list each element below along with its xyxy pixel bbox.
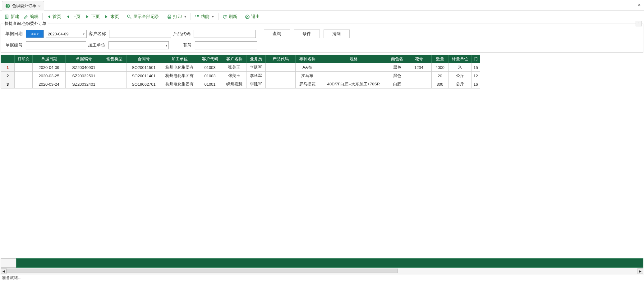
separator [218, 13, 218, 20]
cell-cloth: AA布 [296, 63, 319, 72]
print-icon [167, 14, 172, 19]
prev-icon [66, 14, 71, 19]
col-pattern[interactable]: 花号 [406, 55, 432, 63]
print-button[interactable]: 打印 ▼ [165, 13, 189, 21]
cell-date: 2020-04-09 [33, 63, 66, 72]
last-page-button[interactable]: 末页 [102, 13, 121, 21]
cell-contract: SO20011501 [126, 63, 161, 72]
col-saletype[interactable]: 销售类型 [102, 55, 126, 63]
col-docno[interactable]: 单据编号 [66, 55, 102, 63]
col-spec[interactable]: 规格 [319, 55, 388, 63]
collapse-button[interactable]: ⌃ [636, 21, 642, 26]
cell-unit: 公斤 [448, 80, 472, 88]
horizontal-scrollbar[interactable]: ◀ ▶ [1, 268, 643, 274]
cell-rownum: 2 [1, 72, 15, 80]
col-color[interactable]: 颜色名 [388, 55, 406, 63]
scroll-left-icon[interactable]: ◀ [1, 268, 7, 274]
cell-unit: 米 [448, 63, 472, 72]
separator [241, 13, 241, 20]
col-custcode[interactable]: 客户代码 [198, 55, 222, 63]
new-icon [4, 14, 9, 19]
cell-processor: 杭州电化集团有 [161, 80, 198, 88]
cell-sales: 李延军 [246, 80, 266, 88]
customer-input[interactable] [109, 30, 171, 38]
col-contract[interactable]: 合同号 [126, 55, 161, 63]
cell-spec [319, 63, 388, 72]
first-icon [46, 14, 51, 19]
cell-docno: SZ20040901 [66, 63, 102, 72]
function-button[interactable]: 功能 ▼ [193, 13, 216, 21]
label-pattern: 花号 [171, 43, 193, 48]
operator-select[interactable]: <=▾ [26, 30, 44, 38]
cell-date: 2020-03-25 [33, 72, 66, 80]
table-row[interactable]: 12020-04-09SZ20040901SO20011501杭州电化集团有01… [1, 63, 480, 72]
toolbar: 新建 编辑 首页 上页 下页 末页 显示全部记录 打印 ▼ 功能 ▼ 刷新 [0, 11, 644, 23]
col-rownum[interactable] [1, 55, 15, 63]
col-date[interactable]: 单据日期 [33, 55, 66, 63]
cell-custname: 张美玉 [222, 63, 246, 72]
refresh-button[interactable]: 刷新 [220, 13, 239, 21]
product-input[interactable] [194, 30, 256, 38]
chevron-down-icon: ▾ [83, 32, 85, 36]
tab-title: 色织委外订单 [12, 3, 36, 9]
col-processor[interactable]: 加工单位 [161, 55, 198, 63]
search-panel: 快捷查询:色织委外订单 ⌃ 单据日期 <=▾ 2020-04-09 ▾ 客户名称… [1, 24, 643, 53]
table-row[interactable]: 22020-03-25SZ20032501SO20011401杭州电化集团有01… [1, 72, 480, 80]
edit-button[interactable]: 编辑 [22, 13, 40, 21]
scroll-thumb[interactable] [7, 269, 398, 273]
search-title: 快捷查询:色织委外订单 [3, 21, 48, 26]
clear-button[interactable]: 清除 [324, 29, 350, 38]
cell-product [266, 72, 296, 80]
col-width[interactable]: 门 [472, 55, 480, 63]
tab-bar: 色织委外订单 × × [0, 0, 644, 11]
scroll-right-icon[interactable]: ▶ [637, 268, 643, 274]
cell-color: 黑色 [388, 63, 406, 72]
col-custname[interactable]: 客户名称 [222, 55, 246, 63]
chevron-up-icon: ⌃ [637, 22, 640, 25]
tab-active[interactable]: 色织委外订单 × [2, 1, 44, 11]
condition-button[interactable]: 条件 [294, 29, 320, 38]
next-page-button[interactable]: 下页 [83, 13, 102, 21]
table-row[interactable]: 32020-03-24SZ20032401SO19062701杭州电化集团有01… [1, 80, 480, 88]
cell-printcnt [15, 72, 33, 80]
col-sales[interactable]: 业务员 [246, 55, 266, 63]
cell-width: 16 [472, 80, 480, 88]
svg-rect-5 [168, 17, 170, 19]
first-page-button[interactable]: 首页 [44, 13, 63, 21]
tab-close-icon[interactable]: × [38, 4, 41, 8]
col-product[interactable]: 产品代码 [266, 55, 296, 63]
next-icon [85, 14, 90, 19]
cell-product [266, 80, 296, 88]
date-input[interactable]: 2020-04-09 ▾ [46, 30, 87, 38]
cell-rownum: 1 [1, 63, 15, 72]
prev-page-button[interactable]: 上页 [64, 13, 82, 21]
cell-qty: 300 [432, 80, 448, 88]
cell-custname: 张美玉 [222, 72, 246, 80]
refresh-icon [222, 14, 227, 19]
showall-button[interactable]: 显示全部记录 [125, 13, 161, 21]
close-icon[interactable]: × [637, 2, 641, 8]
docno-input[interactable] [26, 41, 86, 49]
cell-spec: 40D/7F白胚--大东加工+70SR [319, 80, 388, 88]
cell-rownum: 3 [1, 80, 15, 88]
processor-combo[interactable]: ▾ [108, 41, 169, 49]
data-grid[interactable]: 打印次单据日期单据编号销售类型合同号加工单位客户代码客户名称业务员产品代码布种名… [1, 55, 480, 88]
cell-processor: 杭州电化集团有 [161, 63, 198, 72]
col-qty[interactable]: 数量 [432, 55, 448, 63]
cell-pattern [406, 72, 432, 80]
query-button[interactable]: 查询 [264, 29, 290, 38]
pattern-input[interactable] [195, 41, 257, 49]
cell-saletype [102, 80, 126, 88]
new-button[interactable]: 新建 [2, 13, 21, 21]
cell-pattern [406, 80, 432, 88]
cell-cloth: 罗马提花 [296, 80, 319, 88]
col-unit[interactable]: 计量单位 [448, 55, 472, 63]
cell-sales: 李延军 [246, 72, 266, 80]
status-bar: 准备就绪... [0, 274, 644, 281]
cell-qty: 4000 [432, 63, 448, 72]
col-printcnt[interactable]: 打印次 [15, 55, 33, 63]
search-icon [127, 14, 132, 19]
label-product: 产品代码 [173, 31, 192, 37]
exit-button[interactable]: 退出 [243, 13, 262, 21]
col-cloth[interactable]: 布种名称 [296, 55, 319, 63]
